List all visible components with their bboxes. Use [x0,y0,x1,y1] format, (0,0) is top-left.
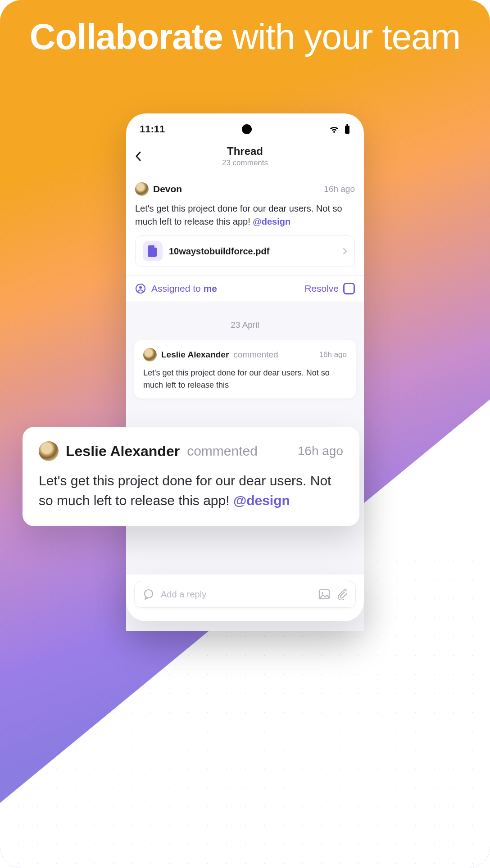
avatar[interactable] [135,182,149,196]
file-name: 10waystobuildforce.pdf [169,246,336,257]
svg-point-3 [139,286,142,289]
resolve-checkbox-icon [343,283,355,294]
post-author: Devon [153,184,182,194]
comment-author: Leslie Alexander [161,350,229,360]
popout-author: Leslie Alexander [66,443,180,460]
comment-verb: commented [233,350,278,360]
mention[interactable]: @design [233,493,290,508]
resolve-label: Resolve [304,283,339,294]
post-actions: Assigned to me Resolve [126,276,364,302]
chevron-right-icon [343,248,347,255]
date-separator: 23 April [126,320,364,330]
file-icon-box [143,241,163,261]
svg-point-4 [145,590,153,598]
thread-subtitle: 23 comments [149,158,341,167]
thread-title-box: Thread 23 comments [149,145,341,167]
chat-icon [143,588,154,600]
promo-card: Collaborate with your team 11:11 Thread … [0,0,490,868]
popout-body: Let's get this project done for our dear… [39,471,343,510]
status-time: 11:11 [140,123,165,135]
image-icon[interactable] [318,589,330,600]
svg-rect-1 [346,124,348,126]
avatar[interactable] [39,441,59,461]
status-icons [329,124,350,134]
attachment[interactable]: 10waystobuildforce.pdf [135,235,355,267]
svg-point-6 [322,592,323,594]
phone-mockup: 11:11 Thread 23 comments Devon 16h ago [126,113,364,631]
popout-header: Leslie Alexander commented 16h ago [39,441,343,461]
reply-input[interactable] [161,589,312,600]
post-header: Devon 16h ago [135,182,355,196]
assigned-icon [135,283,146,294]
mention[interactable]: @design [253,217,290,226]
wifi-icon [329,125,340,134]
comment-time: 16h ago [319,350,347,359]
thread-title: Thread [149,145,341,158]
resolve-button[interactable]: Resolve [304,283,355,294]
assigned-indicator[interactable]: Assigned to me [135,283,217,294]
popout-comment-card: Leslie Alexander commented 16h ago Let's… [23,427,359,526]
popout-verb: commented [187,443,258,459]
battery-icon [344,124,350,134]
back-button[interactable] [135,151,149,161]
comment-card[interactable]: Leslie Alexander commented 16h ago Let's… [134,340,356,398]
post-time: 16h ago [324,184,355,194]
thread-header: Thread 23 comments [126,140,364,174]
camera-dot [242,124,252,134]
original-post: Devon 16h ago Let's get this project don… [126,174,364,276]
comment-header: Leslie Alexander commented 16h ago [143,348,347,362]
popout-time: 16h ago [298,444,343,458]
headline-rest: with your team [223,17,460,57]
chevron-left-icon [135,151,141,161]
file-icon [148,245,158,257]
headline-bold: Collaborate [30,17,223,57]
reply-bar [134,581,356,608]
attachment-icon[interactable] [336,588,347,600]
comment-body: Let's get this project done for our dear… [143,367,347,390]
avatar[interactable] [143,348,157,362]
svg-rect-0 [345,126,349,134]
headline: Collaborate with your team [0,0,490,58]
post-body: Let's get this project done for our dear… [135,202,355,228]
post-text: Let's get this project done for our dear… [135,203,342,226]
reply-bar-wrapper [126,574,364,621]
status-bar: 11:11 [126,113,364,140]
assigned-text: Assigned to me [151,283,217,294]
